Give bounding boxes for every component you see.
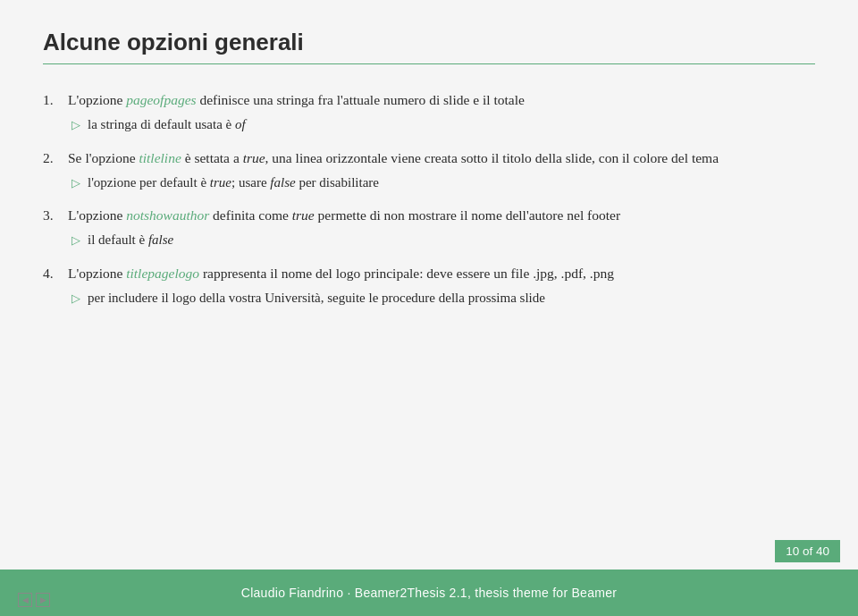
slide-footer: Claudio Fiandrino · Beamer2Thesis 2.1, t… — [0, 570, 858, 616]
item-2-link: titleline — [139, 150, 181, 165]
list-item: 3. L'opzione notshowauthor definita come… — [43, 205, 815, 250]
item-number-4: 4. — [43, 263, 68, 308]
item-2-main: Se l'opzione titleline è settata a true,… — [68, 148, 815, 169]
item-number-1: 1. — [43, 89, 68, 135]
next-arrow[interactable]: ▶ — [36, 593, 50, 607]
slide: Alcune opzioni generali 1. L'opzione pag… — [0, 0, 858, 616]
triangle-icon: ▷ — [72, 116, 80, 134]
sub-item: ▷ per includere il logo della vostra Uni… — [72, 288, 815, 308]
item-4-main: L'opzione titlepagelogo rappresenta il n… — [68, 263, 815, 284]
sub-list-4: ▷ per includere il logo della vostra Uni… — [72, 288, 815, 308]
prev-arrow[interactable]: ◀ — [18, 593, 32, 607]
sub-item: ▷ l'opzione per default è true; usare fa… — [72, 173, 815, 193]
triangle-icon: ▷ — [72, 174, 80, 192]
item-number-3: 3. — [43, 205, 68, 250]
list-item: 2. Se l'opzione titleline è settata a tr… — [43, 148, 815, 193]
item-number-2: 2. — [43, 148, 68, 193]
item-3-link: notshowauthor — [126, 207, 209, 223]
item-text-1: L'opzione pageofpages definisce una stri… — [68, 89, 815, 135]
sub-list-3: ▷ il default è false — [72, 230, 815, 250]
sub-text: l'opzione per default è true; usare fals… — [88, 173, 379, 193]
sub-list-1: ▷ la stringa di default usata è of — [72, 114, 815, 135]
sub-text: per includere il logo della vostra Unive… — [88, 288, 545, 308]
item-1-main: L'opzione pageofpages definisce una stri… — [68, 89, 815, 111]
slide-title: Alcune opzioni generali — [43, 29, 815, 64]
page-counter: 10 of 40 — [775, 540, 840, 562]
content-body: 1. L'opzione pageofpages definisce una s… — [43, 89, 815, 552]
sub-text: la stringa di default usata è of — [88, 114, 246, 135]
list-item: 4. L'opzione titlepagelogo rappresenta i… — [43, 263, 815, 308]
sub-item: ▷ il default è false — [72, 230, 815, 250]
sub-text: il default è false — [88, 230, 173, 250]
footer-text: Claudio Fiandrino · Beamer2Thesis 2.1, t… — [241, 586, 617, 600]
list-item: 1. L'opzione pageofpages definisce una s… — [43, 89, 815, 135]
slide-content: Alcune opzioni generali 1. L'opzione pag… — [0, 0, 858, 570]
sub-item: ▷ la stringa di default usata è of — [72, 114, 815, 135]
nav-arrows: ◀ ▶ — [18, 593, 50, 607]
item-1-link: pageofpages — [126, 92, 196, 107]
item-3-main: L'opzione notshowauthor definita come tr… — [68, 205, 815, 226]
triangle-icon: ▷ — [72, 232, 80, 249]
item-text-3: L'opzione notshowauthor definita come tr… — [68, 205, 815, 250]
triangle-icon: ▷ — [72, 290, 80, 308]
item-text-4: L'opzione titlepagelogo rappresenta il n… — [68, 263, 815, 308]
sub-list-2: ▷ l'opzione per default è true; usare fa… — [72, 173, 815, 193]
item-4-link: titlepagelogo — [126, 266, 199, 281]
item-text-2: Se l'opzione titleline è settata a true,… — [68, 148, 815, 193]
